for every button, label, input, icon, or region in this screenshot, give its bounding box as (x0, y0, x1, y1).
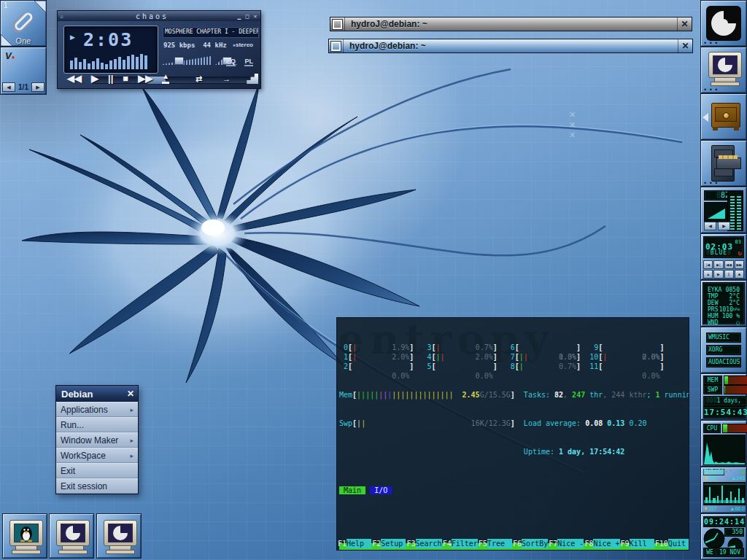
fkey-action[interactable]: SortBy (522, 539, 548, 548)
mixer-prev-channel-button[interactable]: ◀ (704, 222, 716, 230)
dock-wmaker-tile[interactable]: • • • (700, 0, 747, 47)
terminal1-close-button[interactable]: ✕ (677, 18, 692, 31)
fkey-action[interactable]: Search (416, 539, 442, 548)
weekday-display: WE (703, 548, 716, 557)
pager-page-indicator: 1/1 (18, 83, 28, 91)
menu-item[interactable]: Window Maker ▸ (56, 432, 138, 448)
player-shade-button[interactable]: □ (244, 13, 252, 20)
dock-meminfo-dockapp[interactable]: MEM SWP 0001 days, 17:54:43 (700, 373, 747, 420)
fkey-action[interactable]: Nice - (557, 539, 584, 548)
dock-wmusic-dockapp[interactable]: 02:03 03 8BLUE8 ↻ |◀ ▶| ◀◀ ▶▶ ▲ ▶ || ■ (700, 233, 747, 280)
dock-wmnd-dockapp[interactable]: ENP4S0▲▼8 ▼345▲243 ▼227▲66.0 (700, 467, 747, 513)
top-process-name: WMUSIC (706, 332, 741, 343)
menu-close-icon[interactable]: ✕ (123, 389, 138, 399)
debian-root-menu[interactable]: Debian ✕ Applications ▸ Run... Window Ma… (55, 385, 139, 494)
wmusic-rewind-button[interactable]: ◀◀ (724, 260, 734, 269)
pager-next-button[interactable]: ▶ (31, 82, 44, 92)
fkey-action[interactable]: Nice + (593, 539, 619, 548)
dock-filecabinet-tile[interactable]: • • • (700, 140, 747, 187)
fkey-action[interactable]: Quit (668, 539, 689, 548)
skin-logo-icon (247, 74, 258, 84)
dock-clock-dockapp[interactable]: 09:24:14 350 WE 19 NOV (700, 513, 747, 560)
weather-row: WND○ (708, 319, 740, 326)
shuffle-button[interactable]: ⇄ (196, 72, 202, 85)
volume-slider[interactable] (163, 56, 211, 65)
pause-button[interactable]: || (108, 72, 113, 85)
appicon-xterm-tux[interactable] (2, 513, 47, 559)
wmusic-stop-button[interactable]: ■ (735, 270, 744, 279)
terminal2-miniaturize-button[interactable] (329, 39, 344, 52)
stop-button[interactable]: ■ (123, 72, 128, 85)
terminal-window-2-shaded[interactable]: hydroJ@debian: ~ ✕ (328, 39, 693, 53)
menu-item[interactable]: WorkSpace ▸ (56, 448, 138, 463)
down-arrow-icon: ▼ (703, 506, 708, 511)
down-arrow-icon: ▼ (703, 475, 708, 481)
fkey-action[interactable]: Filter (452, 539, 478, 548)
menu-titlebar[interactable]: Debian ✕ (56, 386, 138, 402)
wmusic-next-button[interactable]: ▶| (713, 260, 723, 269)
volume-ramp[interactable] (704, 202, 730, 222)
appicon-wmaker-2[interactable] (96, 513, 142, 559)
dock-wmtop-dockapp[interactable]: WMUSICXORGAUDACIOUS (700, 327, 747, 373)
drawer-icon (711, 103, 740, 128)
function-key-bar[interactable]: F1HelpF2SetupF3SearchF4FilterF5TreeF6Sor… (337, 539, 689, 548)
play-button[interactable]: ▶ (91, 72, 98, 85)
fkey-action[interactable]: Help (347, 539, 371, 548)
top-process-name: AUDACIOUS (706, 357, 741, 368)
terminal1-miniaturize-button[interactable] (330, 18, 345, 31)
workspace-clip[interactable]: 1 One (0, 0, 47, 47)
menu-item[interactable]: Exit (56, 463, 138, 478)
terminal-window-1-shaded[interactable]: hydroJ@debian: ~ ✕ (330, 17, 692, 31)
next-button[interactable]: ▶▶ (138, 72, 152, 85)
player-close-button[interactable]: ✕ (252, 13, 260, 20)
bitrate-frequency: 925 kbps 44 kHz (163, 42, 227, 49)
menu-item[interactable]: Exit session (56, 478, 138, 494)
dock-drawer-tile[interactable] (700, 93, 747, 140)
menu-item[interactable]: Run... (56, 417, 138, 432)
fkey-action[interactable]: Tree (487, 539, 512, 548)
eject-button[interactable]: ▲ (162, 74, 169, 84)
playlist-button[interactable]: PL (244, 58, 253, 66)
track-title-marquee[interactable]: MOSPHERE CHAPTER I - DEEPER DRL (163, 27, 259, 38)
wmusic-forward-button[interactable]: ▶▶ (735, 260, 744, 269)
previous-button[interactable]: ◀◀ (67, 72, 82, 85)
uptime-clock: 17:54:43 (703, 406, 746, 419)
repeat-button[interactable]: → (222, 72, 231, 85)
fkey-number: F6 (512, 539, 522, 548)
wmusic-prev-button[interactable]: |◀ (703, 260, 713, 269)
window-maker-logo-icon (65, 525, 81, 541)
wmusic-buttons[interactable]: |◀ ▶| ◀◀ ▶▶ ▲ ▶ || ■ (703, 260, 744, 279)
date-display: 19 NOV (716, 548, 744, 557)
equalizer-button[interactable]: EQ (226, 58, 236, 66)
dock-xterm-tile[interactable]: • • • (700, 47, 747, 93)
wmusic-pause-button[interactable]: || (724, 270, 734, 279)
fkey-action[interactable]: Setup (381, 539, 406, 548)
player-minimize-button[interactable]: ▁ (236, 13, 244, 20)
interface-name: ENP4S0 (703, 469, 724, 475)
player-menu-icon[interactable]: ▫ (58, 13, 68, 20)
drawer-collapse-arrow-icon[interactable] (703, 113, 708, 122)
dock-weather-dockapp[interactable]: EYKA0850TMP2°CDEW2°CPRS1010hPaHUM100 %WN… (700, 280, 747, 327)
htop-terminal-window[interactable]: 0[|1.9%]3[|0.7%]6[0.0%]9[0.0%]1[|2.0%]4[… (336, 317, 689, 551)
tasks-summary: Tasks: 82, 247 thr, 244 kthr; 1 runnin (524, 391, 689, 399)
dock-mixer-dockapp[interactable]: 882 ◀ ▶ (700, 187, 747, 233)
monitor-icon (708, 52, 742, 78)
menu-title: Debian (61, 389, 93, 400)
player-titlebar[interactable]: ▫ chaos ▁ □ ✕ (58, 11, 260, 21)
wmusic-play-button[interactable]: ▶ (713, 270, 723, 279)
mixer-next-channel-button[interactable]: ▶ (718, 222, 730, 230)
audio-player-window[interactable]: ▫ chaos ▁ □ ✕ ▶ 2:03 MOSPHERE CHAPTER I … (57, 10, 261, 89)
dock-cpuload-dockapp[interactable]: CPU (700, 420, 747, 467)
submenu-arrow-icon: ▸ (130, 437, 133, 444)
menu-item[interactable]: Applications ▸ (56, 402, 138, 417)
appicon-wmaker-1[interactable] (49, 513, 94, 559)
htop-tabs[interactable]: Main I/O (339, 486, 689, 496)
fkey-action[interactable]: Kill (630, 539, 654, 548)
terminal2-close-button[interactable]: ✕ (678, 39, 692, 52)
running-indicator: • • • (704, 182, 718, 184)
menu-items[interactable]: Applications ▸ Run... Window Maker ▸ Wor… (56, 402, 138, 494)
cpu-label: CPU (703, 424, 721, 433)
pager-dockapp[interactable]: V● ◀ 1/1 ▶ (0, 47, 47, 95)
pager-prev-button[interactable]: ◀ (2, 82, 15, 92)
wmusic-eject-button[interactable]: ▲ (703, 270, 713, 279)
